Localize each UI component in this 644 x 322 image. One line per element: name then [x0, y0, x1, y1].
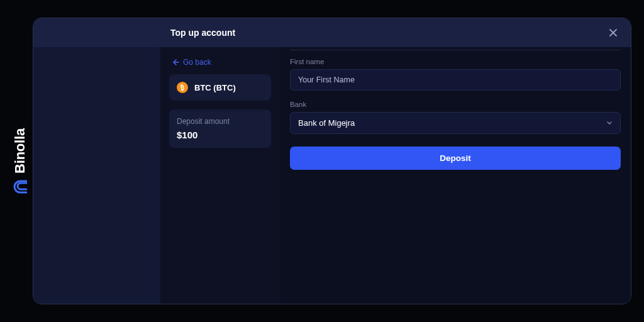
header-divider: [290, 50, 621, 50]
deposit-amount-value: $100: [177, 130, 264, 140]
brand-name: Binolla: [12, 128, 28, 174]
payment-method-label: BTC (BTC): [194, 83, 236, 92]
brand-mark-icon: [13, 177, 27, 194]
deposit-button[interactable]: Deposit: [290, 147, 621, 170]
chevron-down-icon: [606, 118, 613, 128]
arrow-left-icon: [172, 58, 179, 66]
brand-logo: Binolla: [12, 128, 28, 194]
go-back-label: Go back: [183, 58, 211, 67]
page-title: Top up account: [170, 28, 235, 38]
go-back-link[interactable]: Go back: [172, 58, 211, 67]
close-button[interactable]: [607, 26, 619, 39]
bank-select[interactable]: Bank of Migejra: [290, 112, 621, 134]
first-name-input[interactable]: [290, 69, 621, 91]
btc-icon: ₿: [176, 81, 189, 94]
payment-method-card[interactable]: ₿ BTC (BTC): [169, 74, 271, 101]
deposit-amount-label: Deposit amount: [177, 117, 264, 126]
bank-selected-value: Bank of Migejra: [298, 118, 355, 128]
panel-header: Top up account: [33, 18, 631, 47]
form-column: First name Bank Bank of Migejra Deposit: [280, 18, 631, 304]
summary-column: Go back ₿ BTC (BTC) Deposit amount $100: [160, 18, 280, 304]
close-icon: [609, 28, 618, 37]
first-name-label: First name: [290, 58, 621, 65]
deposit-amount-card: Deposit amount $100: [169, 109, 271, 148]
left-sidebar: [33, 18, 160, 304]
bank-label: Bank: [290, 101, 621, 108]
topup-panel: Top up account Go back ₿ BTC (BTC): [33, 18, 631, 304]
